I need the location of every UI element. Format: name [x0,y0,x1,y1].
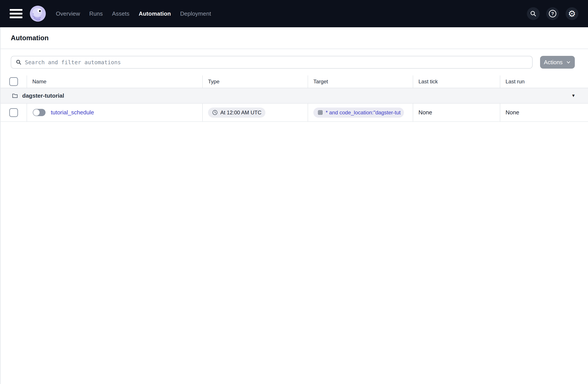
last-run-value: None [500,109,519,116]
column-header-name: Name [27,75,203,88]
automation-name-link[interactable]: tutorial_schedule [51,109,94,116]
help-button[interactable]: ? [546,7,559,20]
last-tick-cell: None [413,104,500,121]
schedule-type-label: At 12:00 AM UTC [220,109,261,116]
page-title: Automation [11,34,49,42]
header-checkbox-cell [1,75,27,88]
row-checkbox[interactable] [9,108,18,117]
top-navbar: Overview Runs Assets Automation Deployme… [0,0,588,27]
name-cell: tutorial_schedule [27,104,203,121]
search-button[interactable] [527,7,540,20]
select-all-checkbox[interactable] [9,77,18,86]
column-header-type: Type [203,75,308,88]
settings-button[interactable]: ⚙ [566,7,578,20]
column-header-target: Target [308,75,413,88]
nav-item-deployment[interactable]: Deployment [180,10,211,17]
target-cell: * and code_location:"dagster-tut [308,104,413,121]
search-input[interactable] [25,59,528,65]
target-selection-badge[interactable]: * and code_location:"dagster-tut [313,107,404,118]
nav-item-runs[interactable]: Runs [89,10,103,17]
actions-button[interactable]: Actions [540,56,575,69]
actions-button-label: Actions [544,59,563,66]
clock-icon [212,109,218,115]
row-checkbox-cell [1,104,27,121]
primary-navigation: Overview Runs Assets Automation Deployme… [56,10,211,17]
search-icon [16,59,22,65]
schedule-type-badge: At 12:00 AM UTC [208,107,265,118]
app-window: Overview Runs Assets Automation Deployme… [0,0,588,384]
automation-row-tutorial-schedule: tutorial_schedule At 12:00 AM UTC [1,104,588,122]
navbar-actions: ? ⚙ [527,7,578,20]
group-collapse-caret-icon[interactable]: ▼ [571,93,575,98]
nav-item-overview[interactable]: Overview [56,10,80,17]
folder-icon [12,92,18,99]
column-header-last-run: Last run [500,75,588,88]
hamburger-menu-icon[interactable] [10,9,22,18]
page-header: Automation [1,27,588,49]
asset-selection-icon [317,109,323,115]
chevron-down-icon [566,60,571,65]
group-name: dagster-tutorial [22,92,64,99]
last-tick-value: None [413,109,432,116]
nav-item-assets[interactable]: Assets [112,10,129,17]
target-selection-label: * and code_location:"dagster-tut [326,109,401,116]
group-row-dagster-tutorial[interactable]: dagster-tutorial ▼ [1,88,588,104]
help-icon: ? [549,10,556,17]
main-content: Automation Actions Name [0,27,588,384]
type-cell: At 12:00 AM UTC [203,104,308,121]
table-header-row: Name Type Target Last tick Last run [1,75,588,88]
last-run-cell: None [500,104,588,121]
column-header-last-tick: Last tick [413,75,500,88]
empty-table-area [1,122,588,384]
settings-gear-icon: ⚙ [568,9,576,18]
dagster-logo[interactable] [29,5,47,22]
nav-item-automation[interactable]: Automation [139,10,171,17]
search-icon [530,10,537,17]
filter-toolbar: Actions [1,49,588,75]
schedule-enabled-toggle[interactable] [33,109,45,116]
search-filter-box[interactable] [11,56,533,69]
toggle-knob [33,109,40,116]
